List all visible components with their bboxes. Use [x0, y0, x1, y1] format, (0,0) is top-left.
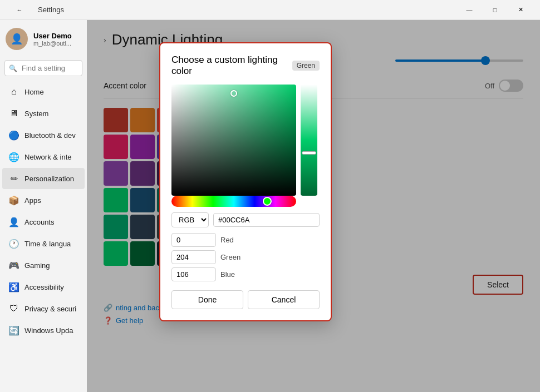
color-format-select[interactable]: RGB HSL HEX	[171, 212, 209, 227]
green-bar-thumb	[302, 151, 316, 155]
sidebar-item-windows[interactable]: 🔄Windows Upda	[2, 320, 85, 341]
blue-label: Blue	[220, 270, 235, 279]
app-title: Settings	[38, 6, 64, 14]
modal-title: Choose a custom lighting color Green	[171, 54, 320, 77]
nav-icon-apps: 📦	[9, 195, 19, 205]
link-icon: 🔗	[104, 304, 112, 312]
accent-color-label: Accent color	[104, 81, 146, 90]
breadcrumb-arrow: ›	[104, 36, 106, 44]
red-row: Red	[171, 233, 320, 247]
done-button[interactable]: Done	[171, 290, 243, 309]
sidebar-item-apps[interactable]: 📦Apps	[2, 190, 85, 211]
nav-label-gaming: Gaming	[24, 261, 50, 270]
nav-icon-accounts: 👤	[9, 217, 19, 227]
nav-icon-windows: 🔄	[9, 325, 19, 335]
help-text: Get help	[116, 316, 143, 325]
color-swatch[interactable]	[130, 135, 155, 159]
nav-icon-accessibility: ♿	[9, 282, 19, 292]
green-input[interactable]	[171, 250, 216, 264]
sidebar-item-accounts[interactable]: 👤Accounts	[2, 211, 85, 232]
user-email: m_lab@outl...	[33, 40, 72, 47]
minimize-button[interactable]: —	[456, 0, 482, 20]
color-swatch[interactable]	[104, 241, 128, 266]
sidebar-item-privacy[interactable]: 🛡Privacy & securi	[2, 298, 85, 319]
toggle-thumb	[500, 81, 510, 91]
red-label: Red	[220, 236, 234, 244]
green-bar[interactable]	[301, 85, 317, 196]
nav-label-home: Home	[24, 88, 44, 96]
select-button[interactable]: Select	[473, 275, 523, 295]
close-button[interactable]: ✕	[508, 0, 533, 20]
user-info: User Demo m_lab@outl...	[33, 32, 72, 47]
nav-label-system: System	[24, 110, 48, 118]
picker-canvas-wrap	[171, 85, 296, 196]
sidebar-item-personalization[interactable]: ✏Personalization	[2, 168, 85, 189]
search-icon: 🔍	[9, 64, 17, 72]
hue-strip[interactable]	[171, 196, 296, 207]
color-swatch[interactable]	[130, 215, 155, 239]
color-badge: Green	[292, 61, 320, 71]
hue-strip-wrap	[171, 196, 296, 207]
sidebar-item-home[interactable]: ⌂Home	[2, 81, 85, 102]
maximize-button[interactable]: □	[482, 0, 508, 20]
brightness-slider[interactable]	[395, 59, 523, 62]
main-layout: 👤 User Demo m_lab@outl... 🔍 ⌂Home🖥System…	[0, 20, 540, 392]
nav-list: ⌂Home🖥System🔵Bluetooth & dev🌐Network & i…	[0, 81, 87, 341]
color-swatch[interactable]	[104, 108, 128, 132]
toggle-wrap: Off	[485, 80, 523, 92]
color-swatch[interactable]	[104, 215, 128, 239]
user-name: User Demo	[33, 32, 72, 40]
nav-icon-bluetooth: 🔵	[9, 130, 19, 140]
nav-icon-gaming: 🎮	[9, 260, 19, 270]
nav-label-time: Time & langua	[24, 240, 71, 248]
nav-icon-privacy: 🛡	[9, 304, 19, 314]
green-label: Green	[220, 253, 240, 261]
color-swatch[interactable]	[130, 241, 155, 266]
titlebar-left: ← Settings	[7, 0, 64, 20]
nav-icon-system: 🖥	[9, 108, 19, 118]
nav-label-windows: Windows Upda	[24, 326, 73, 335]
modal-buttons: Done Cancel	[171, 290, 320, 309]
nav-icon-home: ⌂	[9, 87, 19, 97]
nav-icon-network: 🌐	[9, 152, 19, 162]
nav-label-network: Network & inte	[24, 153, 72, 161]
accent-toggle[interactable]	[499, 80, 523, 92]
hex-input[interactable]	[213, 213, 320, 227]
sidebar-item-gaming[interactable]: 🎮Gaming	[2, 255, 85, 276]
hue-thumb	[263, 197, 272, 206]
nav-label-accessibility: Accessibility	[24, 283, 64, 291]
nav-label-apps: Apps	[24, 196, 41, 205]
color-swatch[interactable]	[130, 188, 155, 212]
red-input[interactable]	[171, 233, 216, 247]
color-swatch[interactable]	[104, 135, 128, 159]
picker-row	[171, 85, 320, 196]
cancel-button[interactable]: Cancel	[248, 290, 320, 309]
nav-icon-time: 🕐	[9, 239, 19, 249]
window-controls: — □ ✕	[456, 0, 533, 20]
sidebar: 👤 User Demo m_lab@outl... 🔍 ⌂Home🖥System…	[0, 20, 87, 392]
nav-icon-personalization: ✏	[9, 173, 19, 183]
sidebar-item-system[interactable]: 🖥System	[2, 103, 85, 124]
color-swatch[interactable]	[130, 108, 155, 132]
content-area: › Dynamic Lighting Accent color Off Sele…	[87, 20, 540, 392]
avatar: 👤	[6, 28, 28, 50]
color-swatch[interactable]	[130, 161, 155, 186]
blue-row: Blue	[171, 267, 320, 281]
color-swatch[interactable]	[104, 188, 128, 212]
sidebar-item-time[interactable]: 🕐Time & langua	[2, 233, 85, 254]
color-swatch[interactable]	[104, 161, 128, 186]
back-button[interactable]: ←	[7, 0, 32, 20]
sidebar-item-bluetooth[interactable]: 🔵Bluetooth & dev	[2, 125, 85, 146]
picker-cursor	[230, 90, 237, 97]
blue-input[interactable]	[171, 267, 216, 281]
user-profile[interactable]: 👤 User Demo m_lab@outl...	[0, 20, 87, 58]
nav-label-accounts: Accounts	[24, 218, 54, 226]
nav-label-personalization: Personalization	[24, 175, 74, 183]
help-icon: ❓	[104, 316, 112, 325]
sidebar-item-network[interactable]: 🌐Network & inte	[2, 146, 85, 167]
titlebar: ← Settings — □ ✕	[0, 0, 540, 20]
search-box[interactable]: 🔍	[4, 60, 82, 76]
color-picker-canvas[interactable]	[171, 85, 296, 196]
color-format-row: RGB HSL HEX	[171, 212, 320, 227]
sidebar-item-accessibility[interactable]: ♿Accessibility	[2, 276, 85, 297]
